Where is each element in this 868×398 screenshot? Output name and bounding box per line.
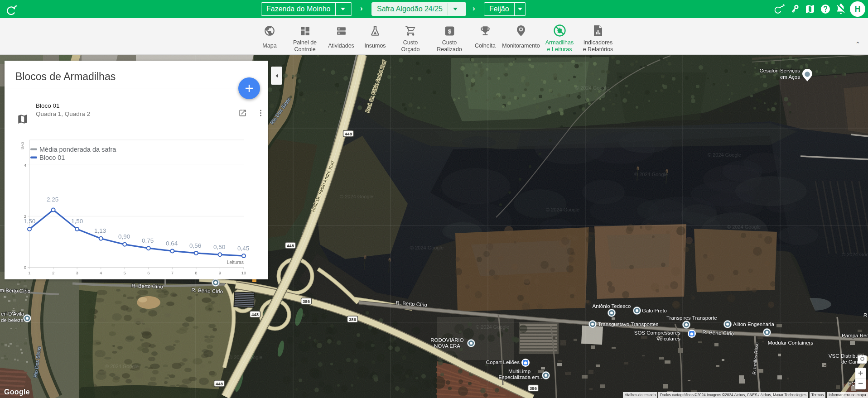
svg-text:4: 4 (100, 270, 102, 275)
svg-text:de beleza: de beleza (1, 317, 24, 323)
svg-text:0,75: 0,75 (142, 237, 154, 244)
svg-text:SOS Compressores: SOS Compressores (634, 330, 681, 336)
svg-text:1,50: 1,50 (71, 218, 83, 225)
svg-text:R. Berto Círio: R. Berto Círio (131, 283, 163, 289)
svg-text:Leituras: Leituras (227, 259, 244, 265)
svg-text:6: 6 (147, 270, 149, 275)
svg-text:4: 4 (24, 163, 26, 168)
svg-text:Antônio Tedesco: Antônio Tedesco (593, 303, 631, 309)
svg-text:8: 8 (195, 270, 197, 275)
svg-text:Pampa Req: Pampa Req (842, 333, 868, 338)
svg-text:$: $ (448, 28, 451, 35)
svg-text:7: 7 (171, 270, 174, 275)
svg-text:0,56: 0,56 (189, 242, 201, 249)
svg-text:448: 448 (251, 312, 259, 317)
svg-text:Transpires Transporte: Transpires Transporte (666, 315, 717, 321)
svg-text:em Aços: em Aços (780, 74, 800, 80)
svg-text:Média ponderada da safra: Média ponderada da safra (39, 146, 116, 153)
svg-text:386: 386 (530, 386, 537, 391)
svg-text:Veiculares: Veiculares (656, 336, 680, 341)
svg-text:R: R (863, 312, 868, 318)
svg-text:1,13: 1,13 (94, 227, 106, 234)
svg-text:Aliton Engenharia: Aliton Engenharia (733, 321, 774, 327)
svg-text:1,50: 1,50 (24, 218, 35, 225)
svg-text:Cesalon Serviços: Cesalon Serviços (760, 68, 800, 73)
svg-text:FC: FC (848, 381, 855, 387)
svg-text:0,90: 0,90 (118, 233, 130, 240)
svg-text:Modular Containers: Modular Containers (768, 340, 814, 345)
svg-text:m Berto Círio: m Berto Círio (0, 288, 30, 294)
svg-text:0,50: 0,50 (213, 244, 225, 250)
svg-text:0,64: 0,64 (166, 240, 178, 247)
svg-text:10: 10 (241, 270, 246, 275)
svg-text:0,45: 0,45 (237, 245, 249, 252)
svg-text:Copart Leilões: Copart Leilões (486, 360, 520, 365)
svg-text:2: 2 (52, 270, 54, 275)
svg-text:386: 386 (303, 299, 310, 304)
svg-text:BAS: BAS (20, 142, 24, 149)
svg-text:448: 448 (345, 131, 352, 136)
svg-text:MultiLimp -: MultiLimp - (508, 369, 534, 374)
svg-text:eri D'Avila: eri D'Avila (1, 311, 24, 316)
svg-text:386: 386 (349, 317, 356, 322)
svg-text:Especializada em...: Especializada em... (498, 374, 544, 380)
svg-text:Transgustavo Transportes: Transgustavo Transportes (598, 321, 658, 327)
svg-text:9: 9 (219, 270, 221, 275)
svg-text:Galo Preto: Galo Preto (642, 308, 667, 313)
svg-text:Bloco 01: Bloco 01 (39, 154, 65, 161)
svg-text:RODOVIÁRIO: RODOVIÁRIO (430, 337, 464, 343)
svg-text:0: 0 (24, 265, 26, 270)
svg-text:1: 1 (28, 270, 30, 275)
svg-text:NOVA ERA: NOVA ERA (434, 343, 460, 349)
svg-text:3: 3 (76, 270, 78, 275)
svg-text:5: 5 (124, 270, 126, 275)
svg-text:448: 448 (287, 243, 294, 248)
svg-text:2,25: 2,25 (47, 196, 58, 203)
svg-text:448: 448 (216, 381, 223, 386)
